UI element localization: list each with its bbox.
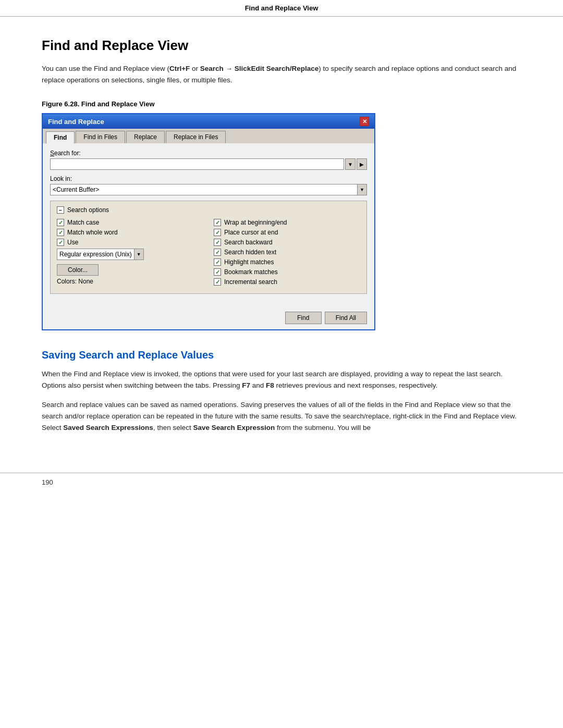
checkbox-use: Use bbox=[57, 239, 203, 246]
look-in-dropdown-arrow[interactable]: ▼ bbox=[357, 184, 366, 195]
top-bar: Find and Replace View bbox=[0, 0, 563, 17]
top-bar-title: Find and Replace View bbox=[245, 4, 319, 12]
tab-replace-label: Replace bbox=[134, 133, 157, 141]
search-options-section: − Search options Match case bbox=[50, 201, 367, 294]
dialog-tabs: Find Find in Files Replace Replace in Fi… bbox=[43, 129, 374, 143]
intro-paragraph: You can use the Find and Replace view (C… bbox=[42, 63, 521, 85]
search-options-header: − Search options bbox=[57, 206, 360, 214]
look-in-label: Look in: bbox=[50, 175, 367, 182]
match-whole-word-checkbox[interactable] bbox=[57, 229, 64, 236]
incremental-label: Incremental search bbox=[224, 278, 277, 286]
search-backward-checkbox[interactable] bbox=[214, 239, 221, 246]
search-for-label: Search for: bbox=[50, 150, 367, 157]
use-label: Use bbox=[67, 239, 78, 246]
find-all-button-label: Find All bbox=[336, 314, 356, 322]
page-footer: 190 bbox=[0, 473, 563, 491]
tab-replace[interactable]: Replace bbox=[126, 131, 165, 143]
search-input[interactable] bbox=[50, 158, 344, 170]
dialog-body: Search for: ▼ ▶ Look in: bbox=[43, 143, 374, 307]
intro-or: or bbox=[190, 65, 200, 72]
search-hidden-label: Search hidden text bbox=[224, 249, 276, 256]
section2-title: Saving Search and Replace Values bbox=[42, 349, 521, 361]
look-in-row: <Current Buffer> ▼ bbox=[50, 184, 367, 195]
para2-kbd1: F7 bbox=[242, 381, 250, 389]
para3-bold2: Save Search Expression bbox=[193, 424, 275, 431]
minus-icon: − bbox=[59, 207, 62, 213]
chevron-down-icon: ▼ bbox=[137, 252, 141, 257]
figure-caption: Figure 6.28. Find and Replace View bbox=[42, 100, 521, 108]
wrap-label: Wrap at beginning/end bbox=[224, 219, 287, 226]
para2-and: and bbox=[250, 381, 266, 389]
place-cursor-checkbox[interactable] bbox=[214, 229, 221, 236]
intro-menu2: SlickEdit Search/Replace bbox=[235, 65, 319, 72]
page-content: Find and Replace View You can use the Fi… bbox=[0, 17, 563, 462]
tab-replace-in-files[interactable]: Replace in Files bbox=[166, 131, 226, 143]
checkbox-highlight: Highlight matches bbox=[214, 258, 360, 266]
highlight-label: Highlight matches bbox=[224, 258, 274, 266]
find-button[interactable]: Find bbox=[285, 312, 322, 324]
place-cursor-label: Place cursor at end bbox=[224, 229, 278, 236]
checkbox-match-whole-word: Match whole word bbox=[57, 229, 203, 236]
incremental-checkbox[interactable] bbox=[214, 278, 221, 286]
search-for-label-text: Search for: bbox=[50, 150, 81, 157]
tab-find-in-files[interactable]: Find in Files bbox=[76, 131, 125, 143]
match-case-checkbox[interactable] bbox=[57, 219, 64, 226]
right-arrow-icon: ▶ bbox=[360, 162, 364, 167]
look-in-value: <Current Buffer> bbox=[51, 186, 357, 193]
search-options-label: Search options bbox=[67, 206, 109, 214]
intro-arrow: → bbox=[224, 65, 235, 72]
tab-replace-in-files-label: Replace in Files bbox=[174, 133, 218, 141]
bookmark-checkbox[interactable] bbox=[214, 268, 221, 276]
options-right: Wrap at beginning/end Place cursor at en… bbox=[209, 219, 360, 288]
dialog-close-button[interactable]: ✕ bbox=[360, 117, 369, 126]
checkbox-match-case: Match case bbox=[57, 219, 203, 226]
checkbox-bookmark: Bookmark matches bbox=[214, 268, 360, 276]
search-dropdown-button[interactable]: ▼ bbox=[345, 158, 356, 170]
checkbox-wrap: Wrap at beginning/end bbox=[214, 219, 360, 226]
find-button-label: Find bbox=[297, 314, 309, 322]
find-all-button[interactable]: Find All bbox=[325, 312, 367, 324]
regexp-select[interactable]: Regular expression (Unix) ▼ bbox=[57, 249, 144, 260]
intro-text-before: You can use the Find and Replace view ( bbox=[42, 65, 169, 72]
dialog-wrapper: Find and Replace ✕ Find Find in Files Re… bbox=[42, 113, 521, 330]
tab-find-label: Find bbox=[54, 134, 67, 141]
search-arrow-button[interactable]: ▶ bbox=[357, 158, 367, 170]
page-title: Find and Replace View bbox=[42, 38, 521, 54]
para2-rest: retrieves previous and next responses, r… bbox=[274, 381, 437, 389]
para2-kbd2: F8 bbox=[266, 381, 274, 389]
collapse-button[interactable]: − bbox=[57, 206, 64, 214]
wrap-checkbox[interactable] bbox=[214, 219, 221, 226]
page-number: 190 bbox=[42, 478, 53, 486]
color-btn-row: Color... Colors: None bbox=[57, 264, 203, 285]
match-whole-word-label: Match whole word bbox=[67, 229, 118, 236]
close-icon: ✕ bbox=[362, 118, 367, 125]
checkbox-search-hidden: Search hidden text bbox=[214, 249, 360, 256]
para3-bold1: Saved Search Expressions bbox=[63, 424, 153, 431]
checkbox-place-cursor: Place cursor at end bbox=[214, 229, 360, 236]
regexp-value: Regular expression (Unix) bbox=[57, 251, 134, 258]
para3-rest: from the submenu. You will be bbox=[275, 424, 371, 431]
look-in-select[interactable]: <Current Buffer> ▼ bbox=[50, 184, 367, 195]
intro-kbd1: Ctrl+F bbox=[169, 65, 190, 72]
bookmark-label: Bookmark matches bbox=[224, 268, 278, 276]
tab-find[interactable]: Find bbox=[46, 131, 75, 144]
tab-find-in-files-label: Find in Files bbox=[83, 133, 117, 141]
search-hidden-checkbox[interactable] bbox=[214, 249, 221, 256]
regexp-dropdown-arrow[interactable]: ▼ bbox=[134, 249, 143, 260]
search-for-row: ▼ ▶ bbox=[50, 158, 367, 170]
dialog-footer: Find Find All bbox=[43, 307, 374, 329]
match-case-label: Match case bbox=[67, 219, 99, 226]
color-button-label: Color... bbox=[68, 266, 88, 274]
dialog-title: Find and Replace bbox=[48, 118, 104, 126]
search-backward-label: Search backward bbox=[224, 239, 273, 246]
para3: Search and replace values can be saved a… bbox=[42, 399, 521, 433]
use-checkbox[interactable] bbox=[57, 239, 64, 246]
color-button[interactable]: Color... bbox=[57, 264, 99, 276]
highlight-checkbox[interactable] bbox=[214, 258, 221, 266]
checkbox-incremental: Incremental search bbox=[214, 278, 360, 286]
chevron-down-icon: ▼ bbox=[348, 162, 353, 167]
para3-mid: , then select bbox=[153, 424, 193, 431]
checkbox-search-backward: Search backward bbox=[214, 239, 360, 246]
look-in-label-text: Look in: bbox=[50, 175, 72, 182]
regexp-row: Regular expression (Unix) ▼ bbox=[57, 249, 203, 260]
